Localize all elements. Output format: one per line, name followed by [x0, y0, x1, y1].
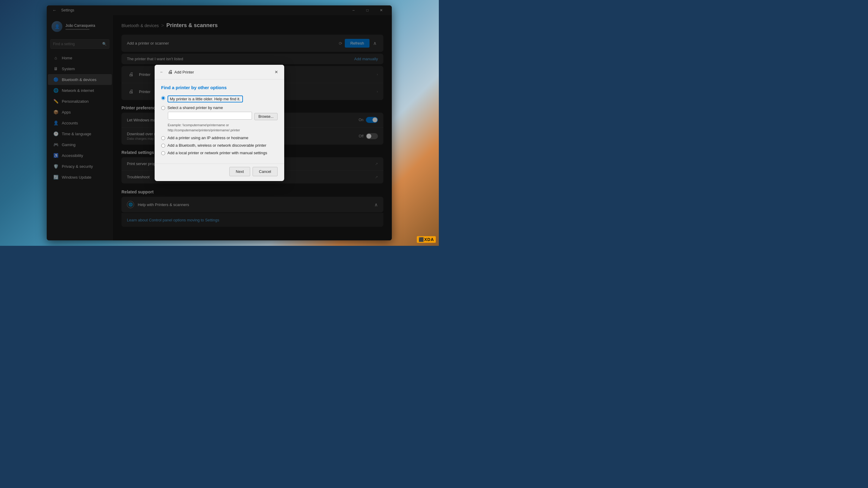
modal-footer: Next Cancel — [155, 164, 284, 181]
radio-label-3: Add a printer using an IP address or hos… — [167, 135, 249, 140]
modal-printer-icon: 🖨 — [168, 69, 173, 75]
radio-option-2[interactable]: Select a shared printer by name — [161, 105, 278, 110]
shared-name-input[interactable] — [168, 112, 252, 120]
radio-label-1: My printer is a little older. Help me fi… — [167, 96, 243, 102]
settings-window: ← Settings – □ ✕ 👤 João Carrasqueira 🔍 ⌂ — [47, 5, 392, 240]
radio-option-4[interactable]: Add a Bluetooth, wireless or network dis… — [161, 143, 278, 148]
shared-printer-sub: Browse... Example: \\computername\printe… — [168, 112, 278, 133]
add-printer-modal: ← 🖨 Add Printer ✕ Find a printer by othe… — [155, 65, 284, 181]
radio-label-4: Add a Bluetooth, wireless or network dis… — [167, 143, 267, 148]
share-example: Example: \\computername\printername or h… — [168, 123, 278, 133]
radio-option-1[interactable]: My printer is a little older. Help me fi… — [161, 96, 278, 102]
modal-heading: Find a printer by other options — [161, 85, 278, 90]
modal-close-button[interactable]: ✕ — [272, 68, 281, 76]
cancel-button[interactable]: Cancel — [253, 167, 277, 176]
radio-label-5: Add a local printer or network printer w… — [167, 151, 267, 155]
modal-body: Find a printer by other options My print… — [155, 79, 284, 159]
radio-input-2[interactable] — [161, 106, 165, 110]
radio-input-5[interactable] — [161, 151, 165, 155]
next-button[interactable]: Next — [229, 167, 250, 176]
modal-titlebar: ← 🖨 Add Printer ✕ — [155, 65, 284, 79]
browse-button[interactable]: Browse... — [254, 113, 277, 120]
modal-title: Add Printer — [175, 70, 272, 74]
modal-back-button[interactable]: ← — [158, 68, 165, 76]
radio-option-3[interactable]: Add a printer using an IP address or hos… — [161, 135, 278, 140]
radio-input-4[interactable] — [161, 144, 165, 148]
modal-overlay: ← 🖨 Add Printer ✕ Find a printer by othe… — [47, 5, 392, 240]
radio-group: My printer is a little older. Help me fi… — [161, 96, 278, 155]
xda-watermark: ⬛XDA — [417, 236, 436, 243]
radio-option-2-container: Select a shared printer by name Browse..… — [161, 105, 278, 133]
radio-input-1[interactable] — [161, 96, 165, 100]
radio-label-2: Select a shared printer by name — [167, 105, 223, 110]
radio-input-3[interactable] — [161, 136, 165, 140]
radio-option-5[interactable]: Add a local printer or network printer w… — [161, 151, 278, 155]
